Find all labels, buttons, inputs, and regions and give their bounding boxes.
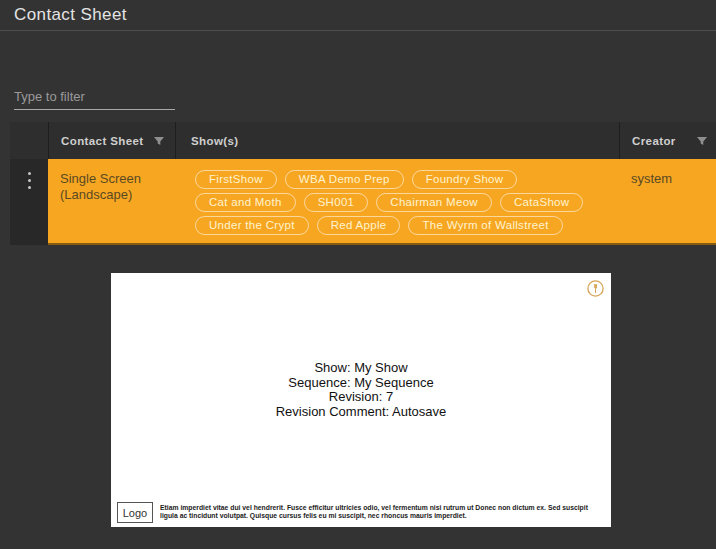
show-pill[interactable]: SH001	[304, 193, 369, 212]
show-pill[interactable]: Chairman Meow	[376, 193, 492, 212]
column-header-shows: Show(s)	[175, 122, 619, 159]
contact-sheet-name: Single Screen (Landscape)	[48, 159, 175, 243]
show-pill[interactable]: WBA Demo Prep	[285, 170, 404, 189]
show-pill[interactable]: Red Apple	[317, 216, 401, 235]
filter-funnel-icon[interactable]	[696, 135, 708, 147]
selected-row-body[interactable]: Single Screen (Landscape) FirstShowWBA D…	[48, 159, 716, 245]
creator-cell: system	[619, 159, 716, 243]
show-pill[interactable]: Under the Crypt	[195, 216, 309, 235]
logo-placeholder: Logo	[117, 502, 153, 523]
row-gutter-cell	[10, 159, 48, 245]
kebab-menu-icon[interactable]	[28, 172, 31, 190]
table-row[interactable]: Single Screen (Landscape) FirstShowWBA D…	[10, 159, 716, 245]
column-label-shows: Show(s)	[191, 135, 239, 147]
show-pill[interactable]: CataShow	[500, 193, 583, 212]
column-label-contact-sheet: Contact Sheet	[61, 135, 144, 147]
show-pill[interactable]: The Wyrm of Wallstreet	[408, 216, 562, 235]
table-header: Contact Sheet Show(s) Creator	[10, 122, 716, 159]
filter-area	[14, 83, 175, 110]
column-header-creator: Creator	[619, 122, 716, 159]
show-pill[interactable]: FirstShow	[195, 170, 277, 189]
fine-print-text: Etiam imperdiet vitae dui vel hendrerit.…	[160, 504, 594, 520]
contact-sheet-preview: Show: My ShowSequence: My SequenceRevisi…	[111, 273, 611, 527]
column-header-contact-sheet: Contact Sheet	[48, 122, 175, 159]
show-pill[interactable]: Foundry Show	[412, 170, 518, 189]
pin-icon[interactable]	[587, 280, 604, 297]
page-title: Contact Sheet	[14, 5, 127, 25]
top-bar: Contact Sheet	[0, 0, 716, 31]
preview-meta: Show: My ShowSequence: My SequenceRevisi…	[111, 361, 611, 419]
contact-sheet-table: Contact Sheet Show(s) Creator Single Scr…	[10, 122, 716, 245]
column-label-creator: Creator	[632, 135, 676, 147]
header-gutter-cell	[10, 122, 48, 159]
filter-funnel-icon[interactable]	[153, 135, 165, 147]
shows-cell: FirstShowWBA Demo PrepFoundry ShowCat an…	[175, 159, 619, 243]
preview-meta-line: Revision: 7	[111, 390, 611, 405]
show-pill[interactable]: Cat and Moth	[195, 193, 296, 212]
preview-meta-line: Show: My Show	[111, 361, 611, 376]
preview-meta-line: Revision Comment: Autosave	[111, 405, 611, 420]
filter-input[interactable]	[14, 83, 175, 110]
preview-meta-line: Sequence: My Sequence	[111, 376, 611, 391]
